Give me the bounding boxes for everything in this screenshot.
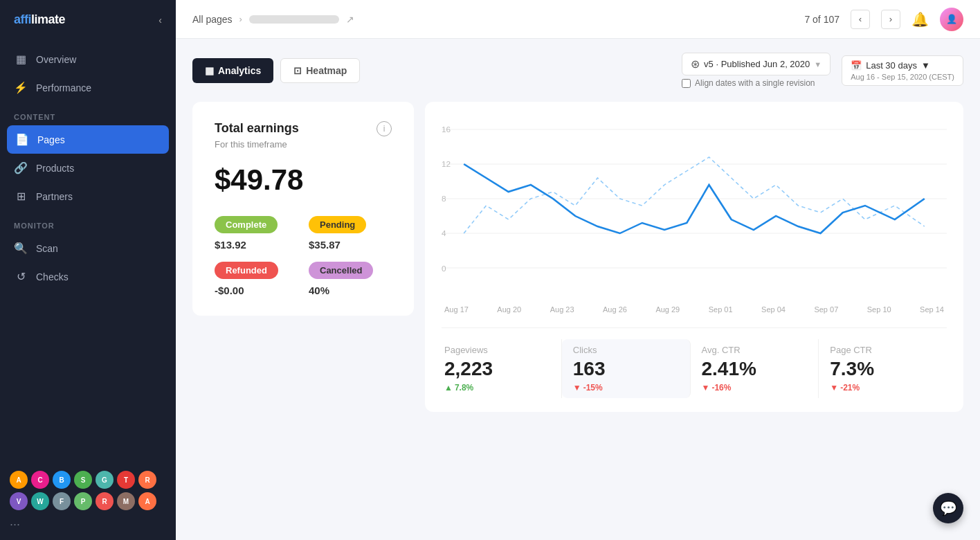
- sidebar-item-pages[interactable]: 📄 Pages: [7, 125, 169, 154]
- tabs: ▦ Analytics ⊡ Heatmap: [192, 58, 360, 83]
- affiliate-icons-row: A C B S G T R V W F P R M A: [0, 464, 176, 513]
- info-icon[interactable]: i: [376, 121, 392, 136]
- metric-avg-ctr: Avg. CTR 2.41% ▼ -16%: [691, 339, 819, 398]
- align-dates-checkbox[interactable]: [682, 79, 691, 88]
- clicks-change: ▼ -15%: [573, 383, 679, 393]
- refunded-value: -$0.00: [215, 285, 298, 296]
- prev-page-btn[interactable]: ‹: [851, 10, 870, 29]
- sidebar-item-checks[interactable]: ↺ Checks: [0, 262, 176, 291]
- topbar-right: 7 of 107 ‹ › 🔔 👤: [804, 8, 963, 31]
- svg-text:16: 16: [442, 125, 451, 134]
- sidebar-item-products[interactable]: 🔗 Products: [0, 154, 176, 182]
- aff-icon-s[interactable]: S: [74, 471, 92, 489]
- metrics-row: Pageviews 2,223 ▲ 7.8% Clicks 163 ▼ -15%: [442, 327, 947, 398]
- up-arrow-icon: ▲: [444, 383, 453, 393]
- svg-text:0: 0: [442, 264, 446, 273]
- cards-row: Total earnings i For this timeframe $49.…: [192, 102, 963, 412]
- aff-icon-a2[interactable]: A: [138, 492, 156, 510]
- calendar-icon: 📅: [851, 60, 862, 71]
- aff-icon-w[interactable]: W: [31, 492, 49, 510]
- user-avatar[interactable]: 👤: [940, 8, 963, 31]
- clicks-label: Clicks: [573, 345, 679, 355]
- monitor-section-label: MONITOR: [0, 210, 176, 234]
- external-link-icon[interactable]: ↗: [346, 14, 354, 25]
- tab-bar: ▦ Analytics ⊡ Heatmap ⊛ v5 · Published J…: [192, 53, 963, 88]
- date-range-label: Last 30 days: [866, 60, 917, 71]
- tab-controls: ⊛ v5 · Published Jun 2, 2020 ▼ Align dat…: [682, 53, 963, 88]
- earnings-card: Total earnings i For this timeframe $49.…: [192, 102, 414, 316]
- pages-icon: 📄: [15, 133, 29, 146]
- complete-value: $13.92: [215, 239, 298, 251]
- earnings-title-row: Total earnings i: [215, 121, 392, 136]
- status-complete: Complete $13.92: [215, 216, 298, 251]
- sidebar-item-partners[interactable]: ⊞ Partners: [0, 182, 176, 210]
- sidebar-nav: ▦ Overview ⚡ Performance CONTENT 📄 Pages…: [0, 39, 176, 464]
- analytics-icon: ▦: [205, 65, 214, 76]
- sidebar-item-scan[interactable]: 🔍 Scan: [0, 234, 176, 262]
- badge-refunded: Refunded: [215, 262, 278, 279]
- chart-area: 16 12 8 4 0: [442, 116, 947, 303]
- svg-text:8: 8: [442, 195, 446, 203]
- aff-icon-p[interactable]: P: [74, 492, 92, 510]
- page-ctr-label: Page CTR: [830, 345, 936, 355]
- next-page-btn[interactable]: ›: [881, 10, 900, 29]
- aff-icon-amazon[interactable]: A: [10, 471, 28, 489]
- aff-icon-f[interactable]: F: [53, 492, 71, 510]
- metric-page-ctr: Page CTR 7.3% ▼ -21%: [819, 339, 947, 398]
- earnings-title: Total earnings: [215, 121, 299, 136]
- sidebar-item-overview[interactable]: ▦ Overview: [0, 45, 176, 73]
- badge-pending: Pending: [309, 216, 366, 233]
- notifications-icon[interactable]: 🔔: [911, 11, 929, 28]
- aff-icon-g[interactable]: G: [96, 471, 114, 489]
- aff-icon-t[interactable]: T: [117, 471, 135, 489]
- version-dropdown-arrow: ▼: [814, 60, 822, 69]
- earnings-amount: $49.78: [215, 163, 392, 197]
- aff-icon-r2[interactable]: R: [96, 492, 114, 510]
- chat-button[interactable]: 💬: [933, 493, 963, 523]
- pending-value: $35.87: [309, 239, 392, 251]
- overview-icon: ▦: [14, 53, 28, 66]
- svg-text:4: 4: [442, 229, 446, 237]
- chart-label-aug17: Aug 17: [444, 305, 469, 314]
- chart-label-sep07: Sep 07: [814, 305, 838, 314]
- clicks-value: 163: [573, 358, 679, 380]
- sidebar-item-performance[interactable]: ⚡ Performance: [0, 73, 176, 102]
- version-group: ⊛ v5 · Published Jun 2, 2020 ▼ Align dat…: [682, 53, 831, 88]
- heatmap-icon: ⊡: [293, 65, 302, 76]
- aff-icon-b[interactable]: B: [53, 471, 71, 489]
- tab-heatmap[interactable]: ⊡ Heatmap: [280, 58, 360, 83]
- aff-icon-v[interactable]: V: [10, 492, 28, 510]
- chart-label-aug29: Aug 29: [655, 305, 680, 314]
- cancelled-value: 40%: [309, 285, 392, 296]
- tab-analytics[interactable]: ▦ Analytics: [192, 58, 273, 83]
- sidebar: affilimate ‹ ▦ Overview ⚡ Performance CO…: [0, 0, 176, 540]
- status-grid: Complete $13.92 Pending $35.87 Refunded …: [215, 216, 392, 296]
- line-chart: 16 12 8 4 0: [442, 116, 947, 303]
- aff-icon-m[interactable]: M: [117, 492, 135, 510]
- sidebar-header: affilimate ‹: [0, 0, 176, 39]
- chart-label-sep10: Sep 10: [867, 305, 891, 314]
- aff-icon-c[interactable]: C: [31, 471, 49, 489]
- badge-cancelled: Cancelled: [309, 262, 373, 279]
- more-icons-btn[interactable]: ···: [0, 513, 176, 540]
- chart-label-sep04: Sep 04: [761, 305, 786, 314]
- page-counter: 7 of 107: [804, 14, 840, 25]
- pageviews-change: ▲ 7.8%: [444, 383, 550, 393]
- version-selector[interactable]: ⊛ v5 · Published Jun 2, 2020 ▼: [682, 53, 831, 75]
- partners-icon: ⊞: [14, 190, 28, 203]
- earnings-subtitle: For this timeframe: [215, 139, 392, 150]
- sidebar-collapse-btn[interactable]: ‹: [158, 15, 162, 26]
- content-area: ▦ Analytics ⊡ Heatmap ⊛ v5 · Published J…: [176, 39, 980, 540]
- date-range-sub: Aug 16 - Sep 15, 2020 (CEST): [851, 73, 954, 81]
- down-arrow-icon-2: ▼: [702, 383, 710, 393]
- align-dates-label: Align dates with a single revision: [695, 78, 815, 88]
- down-arrow-icon: ▼: [573, 383, 581, 393]
- pageviews-value: 2,223: [444, 358, 550, 380]
- content-section-label: CONTENT: [0, 102, 176, 125]
- metric-clicks: Clicks 163 ▼ -15%: [562, 339, 691, 398]
- aff-icon-r[interactable]: R: [138, 471, 156, 489]
- avg-ctr-value: 2.41%: [702, 358, 808, 380]
- badge-complete: Complete: [215, 216, 278, 233]
- version-label: v5 · Published Jun 2, 2020: [704, 59, 810, 69]
- date-range-selector[interactable]: 📅 Last 30 days ▼ Aug 16 - Sep 15, 2020 (…: [842, 55, 963, 86]
